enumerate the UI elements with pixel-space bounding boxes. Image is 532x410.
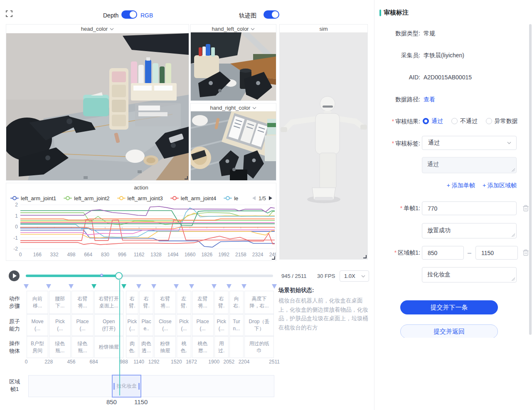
step-2-step-cell: 腰部 下...	[49, 291, 71, 314]
play-button[interactable]	[9, 270, 20, 281]
step-boundary-marker-1900[interactable]	[212, 284, 217, 289]
textarea-resize-grip[interactable]	[512, 277, 515, 281]
step-boundary-marker-2204[interactable]	[241, 284, 246, 289]
step-boundary-marker-684[interactable]	[91, 284, 96, 289]
speed-select[interactable]: 1.0X	[340, 270, 369, 282]
result-radio-group: 通过 不通过 异常数据	[423, 118, 518, 125]
step-12-object-cell: 用过的纸 巾	[244, 336, 274, 358]
timeline-tick-label: 988	[120, 359, 128, 365]
chevron-down-icon	[361, 275, 365, 277]
trajectory-toggle[interactable]	[264, 10, 279, 19]
single-frame-input[interactable]: 770	[422, 201, 517, 215]
textarea-resize-grip[interactable]	[512, 233, 515, 237]
scene-note: 场景初始状态: 梳妆台在机器人前，化妆盒在桌面上，化妆盒的侧边摆放着物品，化妆品…	[278, 287, 372, 332]
radio-icon	[486, 118, 492, 124]
seek-slider[interactable]	[26, 275, 273, 277]
tag-label: *审核标签:	[374, 140, 420, 147]
hand-right-title: hand_right_color	[210, 105, 251, 111]
step-11-ability-cell: Tur n...	[229, 314, 244, 336]
single-frame-label: *单帧1:	[374, 205, 420, 212]
timeline-tick-label: 456	[67, 359, 75, 365]
collector-value: 李轶晨(liyichen)	[424, 52, 464, 59]
step-9-object-cell: 桃色 唇...	[192, 336, 214, 358]
step-boundary-marker-456[interactable]	[69, 284, 74, 289]
table-row-label-object: 操作 物体	[7, 340, 22, 355]
svg-text:2: 2	[15, 202, 18, 208]
tag-select[interactable]: 通过	[422, 136, 517, 150]
review-panel: 审核标注 数据类型: 常规 采集员: 李轶晨(liyichen) AID: A2…	[374, 0, 532, 410]
step-boundary-marker-0[interactable]	[24, 284, 29, 289]
delete-single-frame-icon[interactable]	[522, 205, 529, 212]
region-range-dash: –	[468, 249, 471, 257]
playhead-line[interactable]	[119, 280, 120, 395]
trajectory-label: 轨迹图	[239, 11, 256, 20]
step-10-step-cell: 右 臂.	[214, 291, 229, 314]
hand-left-title-dropdown[interactable]: hand_left_color	[191, 25, 276, 33]
region-block-right-handle[interactable]	[138, 383, 140, 390]
add-single-frame-button[interactable]: + 添加单帧	[447, 182, 475, 189]
step-boundary-marker-1292[interactable]	[151, 284, 156, 289]
region-frame-note-textarea[interactable]: 拉化妆盒	[422, 267, 517, 282]
step-7-step-cell: 右臂 将...	[154, 291, 176, 314]
hand-left-panel: hand_left_color	[190, 24, 276, 101]
page-scrollbar[interactable]	[529, 24, 532, 335]
sim-panel-resize-handle[interactable]	[363, 255, 367, 258]
delete-region-frame-icon[interactable]	[522, 249, 529, 256]
collector-label: 采集员:	[374, 52, 420, 59]
single-frame-note-textarea[interactable]: 放置成功	[422, 223, 517, 238]
svg-text:1660: 1660	[185, 252, 196, 258]
table-row-label-ability: 原子 能力	[7, 318, 22, 333]
svg-text:-1: -1	[13, 235, 18, 241]
table-row-label-step: 动作 步骤	[7, 295, 22, 310]
review-title-accent	[379, 10, 381, 16]
action-panel-resize-handle[interactable]	[272, 256, 275, 260]
submit-return-button[interactable]: 提交并返回	[400, 324, 498, 338]
fullscreen-icon[interactable]	[6, 10, 12, 17]
scene-note-title: 场景初始状态:	[278, 287, 372, 294]
single-frame-marker-dot[interactable]	[100, 274, 103, 277]
sim-title: sim	[280, 25, 367, 33]
region-start-input[interactable]: 850	[422, 246, 464, 260]
step-boundary-marker-988[interactable]	[121, 284, 126, 289]
step-8-ability-cell: Pick (...	[177, 314, 191, 336]
step-12-ability-cell: Drop（丢 下）	[244, 314, 274, 336]
radio-pass[interactable]: 通过	[423, 118, 443, 124]
region-frame-block[interactable]: 拉化妆盒	[112, 375, 141, 398]
step-3-object-cell: 绿色 瓶...	[71, 336, 93, 358]
review-panel-scroll: 审核标注 数据类型: 常规 采集员: 李轶晨(liyichen) AID: A2…	[374, 0, 532, 338]
step-boundary-marker-1520[interactable]	[174, 284, 179, 289]
tag-comment-textarea[interactable]: 通过	[422, 157, 517, 173]
depth-rgb-toggle[interactable]	[121, 10, 137, 19]
step-boundary-marker-1140[interactable]	[136, 284, 141, 289]
submit-next-button[interactable]: 提交并下一条	[400, 300, 498, 314]
region-block-left-handle[interactable]	[113, 383, 115, 390]
seek-slider-handle[interactable]	[115, 272, 123, 280]
timeline-tick-label: 1900	[208, 359, 219, 365]
speed-value: 1.0X	[344, 273, 355, 279]
add-region-frame-button[interactable]: + 添加区域帧	[483, 182, 517, 189]
head-panel-resize-handle[interactable]	[185, 176, 188, 179]
step-boundary-marker-2511[interactable]	[272, 284, 277, 289]
step-1-step-cell: 向前 移...	[27, 291, 48, 314]
svg-text:1826: 1826	[201, 252, 212, 258]
region-end-input[interactable]: 1150	[475, 246, 518, 260]
head-color-view	[6, 33, 189, 180]
radio-fail[interactable]: 不通过	[451, 118, 478, 124]
hand-right-title-dropdown[interactable]: hand_right_color	[191, 103, 276, 112]
chevron-down-icon	[507, 142, 511, 144]
data-path-link[interactable]: 查看	[424, 96, 435, 103]
textarea-resize-grip[interactable]	[512, 168, 515, 172]
region-track-bar[interactable]: 拉化妆盒	[28, 375, 274, 397]
step-boundary-marker-1672[interactable]	[189, 284, 194, 289]
timeline-tick-label: 1520	[171, 359, 182, 365]
step-boundary-marker-228[interactable]	[46, 284, 51, 289]
aid-value: A2D0015AB00015	[424, 74, 472, 81]
head-color-title-dropdown[interactable]: head_color	[6, 25, 189, 33]
step-boundary-marker-2052[interactable]	[227, 284, 232, 289]
svg-text:664: 664	[84, 252, 92, 258]
timeline-tick-label: 1672	[186, 359, 197, 365]
radio-abnormal[interactable]: 异常数据	[486, 118, 518, 124]
step-7-object-cell: 粉饼 抽屉	[154, 336, 176, 358]
sim-panel: sim	[279, 24, 368, 260]
step-6-ability-cell: Plac e..	[139, 314, 153, 336]
